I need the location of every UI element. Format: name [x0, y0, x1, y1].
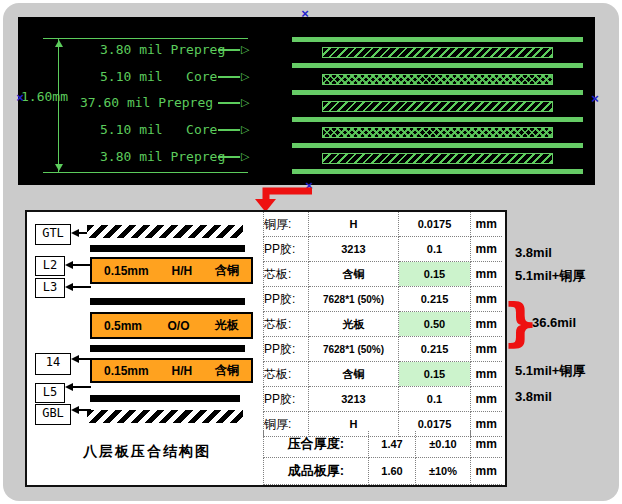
layer-label-prepreg-1: 3.80 mil Prepreg: [100, 42, 225, 58]
annotation-prepreg-top: 3.8mil: [515, 245, 552, 260]
summary-unit: mm: [471, 431, 502, 458]
prepreg-hatch-2: [322, 101, 553, 112]
callout-arrow-line-5: [218, 156, 240, 158]
core-copper-weight: O/O: [168, 319, 190, 333]
marker-x-left-icon[interactable]: ×: [14, 92, 26, 104]
row-value: 3213: [309, 237, 399, 262]
callout-arrow-icon-4: ▷: [241, 124, 249, 135]
pcb-stackup-sheet: 1.60mm 3.80 mil Prepreg 5.10 mil Core 37…: [0, 0, 622, 504]
core-thickness: 0.15mm: [104, 364, 149, 378]
annotation-core-bottom: 5.1mil+铜厚: [515, 362, 585, 380]
row-unit: mm: [471, 262, 502, 287]
callout-arrow-line-4: [218, 129, 240, 131]
summary-label: 压合厚度:: [264, 431, 369, 458]
summary-unit: mm: [471, 458, 502, 485]
table-row: 铜厚: H 0.0175 mm: [264, 212, 502, 237]
layer-label-core-1: 5.10 mil Core: [100, 69, 217, 85]
row-thickness: 0.215: [399, 287, 471, 312]
summary-tolerance: ±10%: [416, 458, 471, 485]
annotation-center-prepreg: 36.6mil: [532, 315, 576, 330]
callout-arrow-icon-3: ▷: [241, 97, 249, 108]
table-row: PP胶: 3213 0.1 mm: [264, 387, 502, 412]
outer-foil-hatch-top: [87, 225, 243, 238]
core-block-3: 0.15mm H/H 含铜: [90, 358, 253, 383]
summary-table: 压合厚度: 1.47 ±0.10 mm 成品板厚: 1.60 ±10% mm: [263, 431, 502, 485]
row-unit: mm: [471, 212, 502, 237]
row-label: PP胶:: [264, 387, 309, 412]
dim-arrowhead-up-icon: [55, 40, 63, 47]
dim-line-vertical: [58, 39, 59, 172]
summary-value: 1.60: [369, 458, 416, 485]
copper-bar-3: [292, 90, 583, 95]
callout-arrow-line-2: [218, 76, 240, 78]
row-value: 含铜: [309, 362, 399, 387]
callout-arrow-icon-1: ▷: [241, 44, 249, 55]
table-row: 芯板: 含铜 0.15 mm: [264, 262, 502, 287]
table-row: PP胶: 7628*1 (50%) 0.215 mm: [264, 337, 502, 362]
layer-tag-gbl: GBL: [35, 404, 71, 425]
core-kind: 含铜: [215, 262, 239, 279]
copper-layer-bar-1: [90, 245, 245, 252]
copper-bar-5: [292, 143, 583, 148]
board-thickness-label: 1.60mm: [21, 89, 68, 105]
row-value: 7628*1 (50%): [309, 287, 399, 312]
tag-arrow-l5-line: [71, 386, 91, 388]
callout-arrow-line-3: [218, 102, 240, 104]
callout-arrow-icon-5: ▷: [241, 151, 249, 162]
dim-extension-line-top: [43, 38, 248, 39]
table-row: 芯板: 光板 0.50 mm: [264, 312, 502, 337]
layer-label-core-2: 5.10 mil Core: [100, 122, 217, 138]
row-thickness: 0.1: [399, 387, 471, 412]
row-unit: mm: [471, 362, 502, 387]
layer-tag-l3: L3: [35, 278, 65, 298]
marker-x-right-icon[interactable]: ×: [589, 93, 601, 105]
row-label: PP胶:: [264, 337, 309, 362]
core-thickness: 0.15mm: [104, 264, 149, 278]
summary-row-pressed-thickness: 压合厚度: 1.47 ±0.10 mm: [264, 431, 502, 458]
summary-label: 成品板厚:: [264, 458, 369, 485]
row-thickness-highlighted: 0.15: [399, 362, 471, 387]
copper-layer-bar-2: [90, 298, 245, 305]
core-block-1: 0.15mm H/H 含铜: [90, 257, 253, 284]
row-thickness-highlighted: 0.50: [399, 312, 471, 337]
row-label: 芯板:: [264, 312, 309, 337]
outer-foil-hatch-bottom: [87, 410, 243, 423]
row-unit: mm: [471, 237, 502, 262]
copper-bar-1: [292, 37, 583, 42]
table-row: PP胶: 3213 0.1 mm: [264, 237, 502, 262]
row-value: H: [309, 212, 399, 237]
tag-arrow-l2-line: [71, 264, 91, 266]
stackup-table: 铜厚: H 0.0175 mm PP胶: 3213 0.1 mm 芯板: 含铜 …: [263, 212, 502, 437]
core-kind: 含铜: [215, 362, 239, 379]
core-kind: 光板: [215, 317, 239, 334]
layer-tag-l5: L5: [35, 383, 65, 403]
core-hatch-1: [322, 74, 553, 85]
layer-label-prepreg-3: 3.80 mil Prepreg: [100, 149, 225, 165]
layer-tag-l2: L2: [35, 256, 65, 276]
callout-arrow-line-1: [218, 49, 240, 51]
core-copper-weight: H/H: [172, 264, 193, 278]
copper-layer-bar-3: [90, 345, 245, 352]
row-value: 含铜: [309, 262, 399, 287]
row-unit: mm: [471, 312, 502, 337]
summary-value: 1.47: [369, 431, 416, 458]
row-thickness-highlighted: 0.15: [399, 262, 471, 287]
row-unit: mm: [471, 387, 502, 412]
prepreg-hatch-1: [322, 47, 553, 58]
callout-arrow-icon-2: ▷: [241, 71, 249, 82]
dim-arrowhead-down-icon: [55, 164, 63, 171]
row-unit: mm: [471, 337, 502, 362]
copper-bar-4: [292, 117, 583, 122]
row-label: 芯板:: [264, 362, 309, 387]
annotation-core-top: 5.1mil+铜厚: [515, 267, 585, 285]
prepreg-hatch-3: [322, 153, 553, 164]
table-row: PP胶: 7628*1 (50%) 0.215 mm: [264, 287, 502, 312]
layer-tag-l4: 14: [35, 353, 71, 375]
row-value: 光板: [309, 312, 399, 337]
copper-bar-2: [292, 63, 583, 68]
row-label: PP胶:: [264, 237, 309, 262]
tag-arrow-l4-line: [77, 358, 91, 360]
core-hatch-2: [322, 127, 553, 138]
marker-x-top-icon[interactable]: ×: [299, 8, 311, 20]
row-thickness: 0.0175: [399, 212, 471, 237]
